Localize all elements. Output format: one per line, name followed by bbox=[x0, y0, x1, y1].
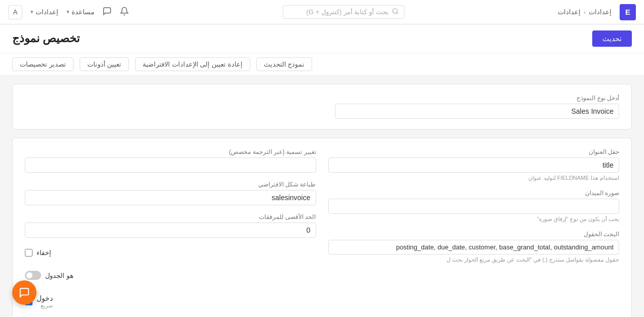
max-attachments-input[interactable] bbox=[25, 223, 316, 238]
print-format-group: طباعة شكل الافتراضي bbox=[25, 181, 316, 205]
breadcrumb: إعدادات › إعدادات bbox=[558, 8, 612, 16]
assign-addons-button[interactable]: تعيين أذونات bbox=[80, 57, 129, 71]
navbar-right: مساعدة ▾ إعدادات ▾ A bbox=[8, 5, 129, 19]
quick-entry-label: دخول bbox=[37, 294, 53, 302]
title-field-label: حقل العنوان bbox=[328, 148, 620, 155]
navbar-center: بحث أو كتابة أمر (كنترول + G) bbox=[283, 5, 404, 19]
chat-fab-icon bbox=[19, 287, 30, 298]
max-attachments-label: الحد الأقصى للمرفقات bbox=[25, 213, 316, 220]
quick-entry-labels: دخول سريع bbox=[37, 294, 53, 309]
form-details-card: حقل العنوان استخدام هذا FIELDNAME لتوليد… bbox=[12, 138, 632, 317]
main-content: أدخل نوع النموذج حقل العنوان استخدام هذا… bbox=[0, 76, 644, 317]
title-field-group: حقل العنوان استخدام هذا FIELDNAME لتوليد… bbox=[328, 148, 620, 181]
reset-defaults-button[interactable]: إعادة تعيين إلى الإعدادات الافتراضية bbox=[135, 57, 250, 71]
doc-type-label: أدخل نوع النموذج bbox=[335, 94, 619, 102]
chat-fab[interactable] bbox=[12, 280, 37, 305]
image-field-label: صورة الميدان bbox=[328, 189, 620, 197]
search-fields-input[interactable] bbox=[328, 240, 620, 255]
quick-entry-checkbox-row: دخول سريع bbox=[25, 294, 316, 309]
is-table-slider bbox=[25, 271, 41, 280]
image-field-hint: يجب أن يكون من نوع "إرفاق صورة" bbox=[328, 216, 620, 223]
breadcrumb-settings[interactable]: إعدادات bbox=[589, 8, 612, 16]
navbar-left: E إعدادات › إعدادات bbox=[558, 4, 636, 20]
doc-type-card: أدخل نوع النموذج bbox=[12, 84, 632, 130]
rename-label: تغيير تسمية (عبر الترجمة مخصص) bbox=[25, 148, 316, 155]
breadcrumb-separator: › bbox=[584, 9, 586, 15]
toolbar: نموذج التحديث إعادة تعيين إلى الإعدادات … bbox=[0, 53, 644, 76]
svg-line-1 bbox=[396, 13, 398, 14]
help-menu[interactable]: مساعدة ▾ bbox=[66, 8, 94, 16]
search-icon bbox=[392, 8, 399, 16]
user-initial[interactable]: A bbox=[8, 5, 22, 19]
print-format-input[interactable] bbox=[25, 190, 316, 205]
left-column: حقل العنوان استخدام هذا FIELDNAME لتوليد… bbox=[328, 148, 620, 263]
doc-type-input[interactable] bbox=[335, 104, 619, 119]
image-field-input[interactable] bbox=[328, 199, 620, 214]
is-table-label: هو الجدول bbox=[45, 272, 74, 279]
settings-menu[interactable]: إعدادات ▾ bbox=[30, 8, 58, 16]
right-column: تغيير تسمية (عبر الترجمة مخصص) طباعة شكل… bbox=[25, 148, 316, 312]
is-table-toggle-row: هو الجدول bbox=[25, 271, 316, 280]
svg-point-0 bbox=[392, 9, 397, 13]
page-title: تخصيص نموذج bbox=[12, 32, 80, 45]
max-attachments-group: الحد الأقصى للمرفقات bbox=[25, 213, 316, 238]
update-button[interactable]: تحديث bbox=[592, 30, 632, 47]
user-avatar[interactable]: E bbox=[620, 4, 636, 20]
update-model-button[interactable]: نموذج التحديث bbox=[256, 57, 313, 71]
two-col-layout: حقل العنوان استخدام هذا FIELDNAME لتوليد… bbox=[25, 148, 619, 312]
breadcrumb-current: إعدادات bbox=[558, 8, 581, 16]
search-fields-group: البحث الحقول حقول مفصولة بفواصل ستدرج (,… bbox=[328, 231, 620, 263]
help-label: مساعدة bbox=[72, 8, 94, 16]
export-button[interactable]: تصدير تخصيصات bbox=[12, 57, 74, 71]
image-field-group: صورة الميدان يجب أن يكون من نوع "إرفاق ص… bbox=[328, 189, 620, 223]
print-format-label: طباعة شكل الافتراضي bbox=[25, 181, 316, 188]
help-chevron: ▾ bbox=[66, 9, 70, 15]
settings-label: إعدادات bbox=[36, 8, 58, 16]
search-fields-hint: حقول مفصولة بفواصل ستدرج (,) في "البحث ع… bbox=[328, 257, 620, 263]
search-bar[interactable]: بحث أو كتابة أمر (كنترول + G) bbox=[283, 5, 404, 19]
is-table-toggle[interactable] bbox=[25, 271, 41, 280]
title-field-hint: استخدام هذا FIELDNAME لتوليد عنوان bbox=[328, 175, 620, 181]
search-fields-label: البحث الحقول bbox=[328, 231, 620, 238]
title-field-input[interactable] bbox=[328, 157, 620, 173]
quick-entry-sub: سريع bbox=[37, 302, 53, 309]
page-header: تحديث تخصيص نموذج bbox=[0, 24, 644, 53]
rename-group: تغيير تسمية (عبر الترجمة مخصص) bbox=[25, 148, 316, 173]
chat-icon[interactable] bbox=[103, 7, 112, 18]
navbar: E إعدادات › إعدادات بحث أو كتابة أمر (كن… bbox=[0, 0, 644, 24]
notification-icon[interactable] bbox=[120, 7, 129, 18]
hide-label: إخفاء bbox=[37, 249, 51, 257]
hide-checkbox[interactable] bbox=[25, 249, 32, 257]
rename-input[interactable] bbox=[25, 157, 316, 173]
hide-checkbox-row: إخفاء bbox=[25, 249, 316, 257]
settings-chevron: ▾ bbox=[30, 9, 33, 15]
search-placeholder: بحث أو كتابة أمر (كنترول + G) bbox=[307, 8, 389, 16]
